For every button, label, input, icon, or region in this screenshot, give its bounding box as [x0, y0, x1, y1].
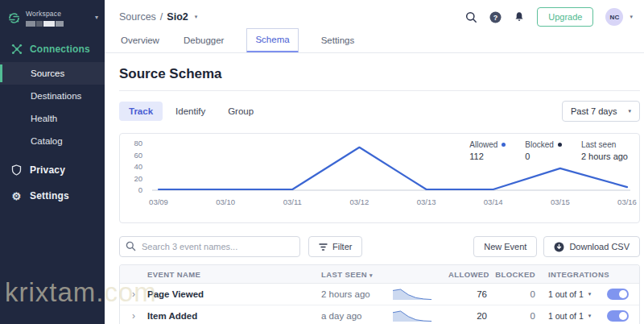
date-range-select[interactable]: Past 7 days ▾	[562, 101, 640, 122]
schema-tab-track[interactable]: Track	[119, 102, 163, 121]
table-row: › Item Added a day ago 20 0 1 out of 1▾	[120, 305, 639, 324]
sidebar-item-health[interactable]: Health	[0, 107, 105, 130]
sidebar-item-settings[interactable]: ⚙ Settings	[0, 183, 105, 209]
sidebar-item-connections[interactable]: Connections	[0, 36, 105, 62]
event-allowed: 20	[448, 311, 487, 321]
user-menu-caret-icon: ▾	[630, 14, 633, 20]
chevron-down-icon: ▾	[588, 313, 592, 319]
col-allowed: ALLOWED	[448, 270, 487, 279]
connections-icon	[10, 44, 23, 55]
tab-settings[interactable]: Settings	[320, 29, 357, 52]
workspace-switcher[interactable]: Workspace ▾	[0, 6, 105, 36]
integration-toggle[interactable]	[607, 310, 629, 322]
bell-icon[interactable]	[514, 11, 525, 23]
breadcrumb: Sources / Sio2 ▾	[119, 11, 197, 23]
sidebar-item-label: Privacy	[30, 164, 65, 176]
col-integrations: INTEGRATIONS	[535, 270, 597, 279]
sidebar-item-privacy[interactable]: Privacy	[0, 157, 105, 183]
gear-icon: ⚙	[10, 191, 23, 201]
svg-text:80: 80	[134, 139, 142, 147]
schema-controls: Track Identify Group Past 7 days ▾	[119, 101, 640, 122]
svg-text:03/14: 03/14	[484, 197, 503, 206]
workspace-name-redacted	[26, 21, 89, 27]
search-input[interactable]	[119, 236, 300, 257]
workspace-caret-icon: ▾	[95, 14, 98, 21]
event-sparkline	[392, 288, 448, 301]
chevron-down-icon: ▾	[588, 291, 592, 297]
event-last-seen: 2 hours ago	[321, 289, 392, 299]
sidebar-item-sources[interactable]: Sources	[0, 62, 105, 85]
search-icon[interactable]	[465, 11, 477, 23]
svg-text:03/13: 03/13	[417, 197, 436, 206]
tab-overview[interactable]: Overview	[119, 29, 161, 52]
event-blocked: 0	[487, 289, 535, 299]
expand-row-icon[interactable]: ›	[120, 289, 147, 299]
event-blocked: 0	[487, 311, 535, 321]
svg-text:40: 40	[134, 162, 142, 171]
sidebar-item-destinations[interactable]: Destinations	[0, 85, 105, 107]
svg-text:03/11: 03/11	[283, 197, 302, 206]
svg-text:03/16: 03/16	[617, 197, 637, 206]
integrations-dropdown[interactable]: 1 out of 1▾	[535, 311, 597, 321]
event-last-seen: a day ago	[321, 311, 392, 321]
col-blocked: BLOCKED	[487, 270, 535, 279]
svg-text:03/12: 03/12	[350, 197, 369, 206]
segment-logo-icon	[8, 10, 20, 26]
date-range-value: Past 7 days	[571, 106, 617, 116]
event-name[interactable]: Page Viewed	[147, 289, 321, 299]
event-allowed: 76	[448, 289, 487, 299]
expand-row-icon[interactable]: ›	[120, 311, 147, 321]
events-chart-card: Allowed 112 Blocked 0 Last seen 2 hours …	[119, 133, 640, 223]
workspace-label: Workspace	[26, 10, 89, 18]
table-row: › Page Viewed 2 hours ago 76 0 1 out of …	[120, 284, 639, 305]
help-icon[interactable]: ?	[489, 11, 502, 23]
download-csv-button[interactable]: Download CSV	[543, 236, 640, 257]
event-sparkline	[392, 309, 448, 322]
main-area: Sources / Sio2 ▾ ? Upgrade NC ▾ Overview…	[105, 0, 644, 324]
search-icon	[126, 241, 136, 251]
svg-text:?: ?	[493, 13, 498, 21]
events-line-chart: 02040608003/0903/1003/1103/1203/1303/140…	[123, 135, 637, 219]
svg-text:03/09: 03/09	[149, 197, 168, 206]
integrations-dropdown[interactable]: 1 out of 1▾	[535, 289, 597, 299]
source-tabs: Overview Debugger Schema Settings	[105, 27, 644, 53]
schema-tab-group[interactable]: Group	[218, 102, 263, 121]
svg-text:60: 60	[134, 151, 142, 160]
filter-icon	[319, 243, 328, 251]
schema-tab-identify[interactable]: Identify	[166, 102, 215, 121]
tab-schema[interactable]: Schema	[246, 28, 298, 52]
breadcrumb-root[interactable]: Sources	[119, 11, 156, 23]
integration-toggle[interactable]	[607, 289, 629, 300]
svg-text:03/15: 03/15	[551, 197, 570, 206]
chevron-down-icon: ▾	[628, 108, 631, 114]
sidebar-item-label: Settings	[30, 190, 69, 201]
filter-button[interactable]: Filter	[308, 236, 362, 257]
user-menu[interactable]: NC ▾	[605, 8, 633, 26]
upgrade-button[interactable]: Upgrade	[537, 7, 593, 27]
events-table: EVENT NAME LAST SEEN▾ ALLOWED BLOCKED IN…	[119, 264, 640, 324]
content: Source Schema Track Identify Group Past …	[105, 53, 644, 324]
tab-debugger[interactable]: Debugger	[182, 29, 226, 52]
table-header: EVENT NAME LAST SEEN▾ ALLOWED BLOCKED IN…	[120, 265, 639, 284]
svg-text:03/10: 03/10	[216, 197, 235, 206]
topbar: Sources / Sio2 ▾ ? Upgrade NC ▾	[105, 0, 644, 27]
shield-icon	[10, 164, 23, 176]
event-search	[119, 236, 300, 257]
events-toolbar: Filter New Event Download CSV	[119, 236, 640, 257]
svg-text:20: 20	[134, 174, 142, 183]
svg-text:0: 0	[138, 185, 142, 194]
breadcrumb-current: Sio2	[167, 11, 188, 23]
col-last-seen[interactable]: LAST SEEN▾	[321, 270, 392, 279]
event-name[interactable]: Item Added	[147, 311, 321, 321]
sidebar: Workspace ▾ Connections Sources Destinat…	[0, 0, 105, 324]
download-icon	[554, 242, 564, 252]
source-switcher-caret-icon[interactable]: ▾	[195, 14, 198, 20]
page-title: Source Schema	[119, 66, 640, 82]
breadcrumb-separator: /	[160, 11, 163, 23]
sidebar-item-label: Connections	[30, 44, 90, 55]
col-event-name: EVENT NAME	[147, 270, 321, 279]
avatar[interactable]: NC	[605, 8, 623, 26]
sidebar-item-catalog[interactable]: Catalog	[0, 130, 105, 152]
sort-caret-icon: ▾	[369, 272, 373, 278]
new-event-button[interactable]: New Event	[473, 236, 537, 257]
